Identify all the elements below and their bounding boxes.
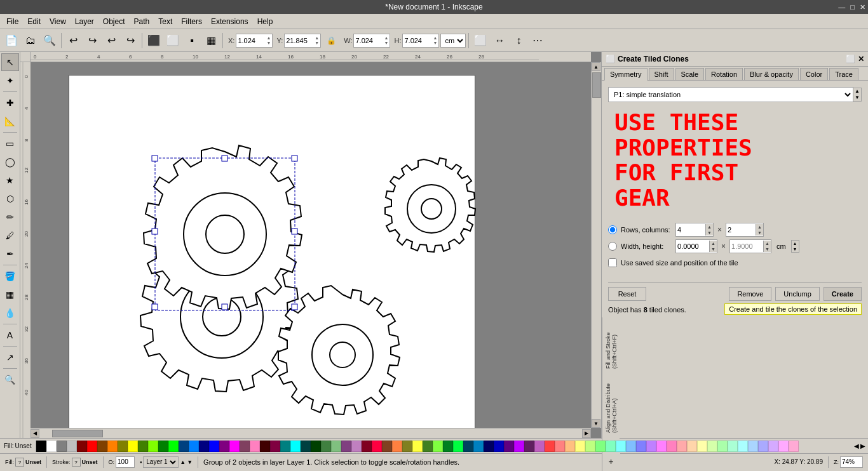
redo-btn[interactable]: ↪ <box>83 32 101 50</box>
palette-color[interactable] <box>57 441 67 452</box>
palette-color[interactable] <box>209 441 219 452</box>
width-height-radio[interactable] <box>608 242 617 251</box>
menu-edit[interactable]: Edit <box>24 16 44 27</box>
palette-color[interactable] <box>555 441 565 452</box>
menu-layer[interactable]: Layer <box>71 16 98 27</box>
palette-color[interactable] <box>392 441 402 452</box>
palette-color[interactable] <box>97 441 107 452</box>
sym-up-arrow[interactable]: ▲ <box>853 88 861 95</box>
symmetry-arrows[interactable]: ▲ ▼ <box>853 88 862 102</box>
align-center-btn[interactable]: ⬜ <box>164 32 182 50</box>
symmetry-select[interactable]: P1: simple translation P2: 2-fold rotati… <box>608 87 853 102</box>
select-tool[interactable]: ↖ <box>1 53 19 71</box>
palette-color[interactable] <box>473 441 484 452</box>
palette-color[interactable] <box>575 441 585 452</box>
tab-trace[interactable]: Trace <box>829 68 858 80</box>
zoom-btn[interactable]: 🔍 <box>1 371 19 388</box>
connector-tool[interactable]: ↗ <box>1 348 19 366</box>
palette-color[interactable] <box>494 441 504 452</box>
palette-nav[interactable]: ◀ ▶ <box>851 442 868 449</box>
palette-color[interactable] <box>219 441 229 452</box>
opacity-input[interactable] <box>116 456 135 468</box>
palette-color[interactable] <box>453 441 463 452</box>
palette-color[interactable] <box>36 441 46 452</box>
palette-color[interactable] <box>677 441 687 452</box>
palette-color[interactable] <box>616 441 626 452</box>
palette-color[interactable] <box>107 441 118 452</box>
zoom-input[interactable] <box>840 456 863 468</box>
palette-color[interactable] <box>372 441 382 452</box>
palette-color[interactable] <box>382 441 392 452</box>
palette-color[interactable] <box>199 441 209 452</box>
palette-color[interactable] <box>118 441 128 452</box>
palette-color[interactable] <box>412 441 423 452</box>
align-right-btn[interactable]: ▪ <box>183 32 201 50</box>
palette-color[interactable] <box>87 441 97 452</box>
fill-stroke-btn[interactable]: Fill and Stroke (Shift+Ctrl+F) <box>604 319 618 369</box>
x-input[interactable] <box>238 37 264 44</box>
layer-down-btn[interactable]: ▼ <box>187 459 193 465</box>
vertical-scrollbar[interactable]: ▲ ▼ <box>591 62 601 428</box>
window-controls[interactable]: — □ ✕ <box>838 2 865 12</box>
palette-color[interactable] <box>778 441 789 452</box>
palette-color[interactable] <box>351 441 362 452</box>
3d-tool[interactable]: ⬡ <box>1 190 19 208</box>
canvas-inner[interactable] <box>31 62 591 428</box>
palette-color[interactable] <box>524 441 534 452</box>
cols-input[interactable] <box>726 223 756 236</box>
rect-tool[interactable]: ▭ <box>1 135 19 152</box>
menu-filters[interactable]: Filters <box>177 16 206 27</box>
palette-color[interactable] <box>402 441 412 452</box>
height-input[interactable] <box>730 240 763 253</box>
canvas-area[interactable]: 0 2 4 6 8 10 12 14 16 18 20 22 24 26 28 <box>20 52 601 438</box>
palette-color[interactable] <box>423 441 433 452</box>
palette-color[interactable] <box>626 441 636 452</box>
unit-select[interactable]: cm mm px <box>442 36 465 45</box>
palette-color[interactable] <box>46 441 57 452</box>
palette-color[interactable] <box>738 441 748 452</box>
height-arrows[interactable]: ▲▼ <box>763 241 771 252</box>
palette-color[interactable] <box>189 441 199 452</box>
more-btn[interactable]: ⋯ <box>529 32 546 50</box>
palette-color[interactable] <box>585 441 595 452</box>
x-spinner[interactable]: ▲▼ <box>266 36 271 46</box>
palette-color[interactable] <box>748 441 758 452</box>
palette-color[interactable] <box>545 441 555 452</box>
tab-rotation[interactable]: Rotation <box>705 68 743 80</box>
redo2-btn[interactable]: ↪ <box>121 32 139 50</box>
palette-color[interactable] <box>158 441 168 452</box>
flip-h-btn[interactable]: ↔ <box>491 32 508 50</box>
palette-color[interactable] <box>728 441 738 452</box>
minimize-btn[interactable]: — <box>838 2 845 12</box>
palette-color[interactable] <box>656 441 667 452</box>
palette-color[interactable] <box>311 441 321 452</box>
palette-color[interactable] <box>565 441 575 452</box>
transform-btn[interactable]: ⬜ <box>471 32 489 50</box>
circle-tool[interactable]: ◯ <box>1 153 19 171</box>
palette-color[interactable] <box>433 441 443 452</box>
rows-cols-radio[interactable] <box>608 225 617 234</box>
palette-color[interactable] <box>331 441 341 452</box>
palette-color[interactable] <box>534 441 545 452</box>
unclump-button[interactable]: Unclump <box>775 287 819 301</box>
undo2-btn[interactable]: ↩ <box>102 32 120 50</box>
menu-view[interactable]: View <box>46 16 70 27</box>
menu-text[interactable]: Text <box>154 16 176 27</box>
palette-color[interactable] <box>362 441 372 452</box>
open-btn[interactable]: 🗂 <box>22 32 39 50</box>
palette-color[interactable] <box>463 441 473 452</box>
h-spinner[interactable]: ▲▼ <box>433 36 438 46</box>
dropper-tool[interactable]: 💧 <box>1 304 19 322</box>
w-spinner[interactable]: ▲▼ <box>384 36 389 46</box>
zoom-tool[interactable]: ✚ <box>1 94 19 112</box>
palette-color[interactable] <box>443 441 453 452</box>
palette-left-btn[interactable]: ◀ <box>854 442 859 449</box>
rows-arrows[interactable]: ▲▼ <box>705 224 713 236</box>
menu-extensions[interactable]: Extensions <box>207 16 252 27</box>
palette-color[interactable] <box>179 441 189 452</box>
palette-color[interactable] <box>504 441 514 452</box>
layer-select[interactable]: Layer 1 <box>143 456 179 468</box>
horizontal-scrollbar[interactable]: ◀ ▶ <box>31 428 591 438</box>
new-btn[interactable]: 📄 <box>3 32 20 50</box>
y-input[interactable] <box>286 37 313 44</box>
